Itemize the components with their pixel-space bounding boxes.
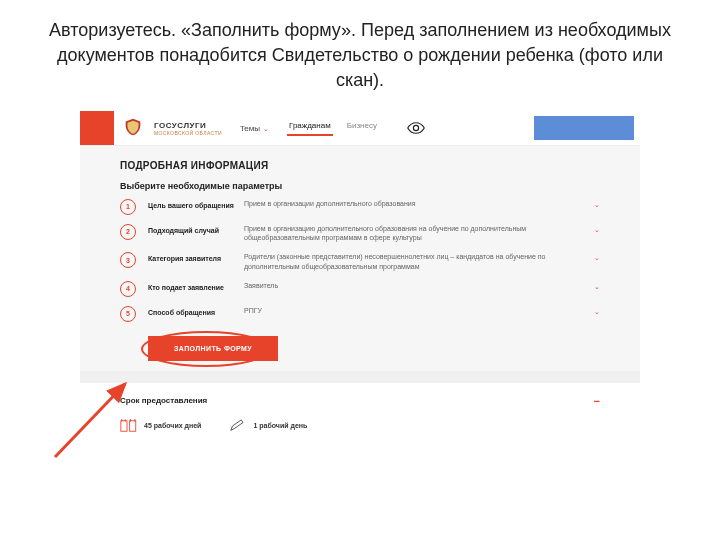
param-label: Цель вашего обращения	[148, 199, 244, 209]
calendar-icon	[120, 419, 138, 433]
emblem-icon	[120, 115, 146, 141]
step-number: 5	[120, 306, 136, 322]
section-title: ПОДРОБНАЯ ИНФОРМАЦИЯ	[120, 160, 600, 171]
pen-icon	[229, 419, 247, 433]
login-button[interactable]	[534, 116, 634, 140]
param-row: 2 Подходящий случай Прием в организацию …	[120, 224, 600, 244]
collapse-icon[interactable]: −	[594, 395, 600, 407]
svg-point-0	[413, 125, 418, 130]
param-select[interactable]: Заявитель⌄	[244, 281, 600, 292]
param-label: Категория заявителя	[148, 252, 244, 262]
section-prompt: Выберите необходимые параметры	[120, 181, 600, 191]
param-label: Способ обращения	[148, 306, 244, 316]
delivery-days: 45 рабочих дней	[144, 422, 201, 429]
param-row: 1 Цель вашего обращения Прием в организа…	[120, 199, 600, 215]
param-select[interactable]: Прием в организации дополнительного обра…	[244, 199, 600, 210]
delivery-item: 1 рабочий день	[229, 419, 307, 433]
screenshot-panel: ГОСУСЛУГИ МОСКОВСКОЙ ОБЛАСТИ Темы ⌄ Граж…	[80, 112, 640, 443]
param-select[interactable]: Родители (законные представители) несове…	[244, 252, 600, 272]
step-number: 1	[120, 199, 136, 215]
param-label: Кто подает заявление	[148, 281, 244, 291]
delivery-title: Срок предоставления	[120, 396, 207, 405]
svg-rect-1	[121, 421, 127, 432]
param-row: 3 Категория заявителя Родители (законные…	[120, 252, 600, 272]
chevron-down-icon: ⌄	[594, 225, 600, 235]
param-row: 4 Кто подает заявление Заявитель⌄	[120, 281, 600, 297]
step-number: 2	[120, 224, 136, 240]
chevron-down-icon: ⌄	[594, 200, 600, 210]
delivery-item: 45 рабочих дней	[120, 419, 201, 433]
menu-square[interactable]	[80, 111, 114, 145]
fill-form-button[interactable]: ЗАПОЛНИТЬ ФОРМУ	[148, 336, 278, 361]
brand: ГОСУСЛУГИ МОСКОВСКОЙ ОБЛАСТИ	[154, 121, 222, 136]
chevron-down-icon: ⌄	[594, 253, 600, 263]
tab-business[interactable]: Бизнесу	[345, 121, 379, 136]
instruction-text: Авторизуетесь. «Заполнить форму». Перед …	[0, 0, 720, 106]
themes-label: Темы	[240, 124, 260, 133]
brand-title: ГОСУСЛУГИ	[154, 121, 222, 130]
themes-menu[interactable]: Темы ⌄	[240, 124, 269, 133]
top-bar: ГОСУСЛУГИ МОСКОВСКОЙ ОБЛАСТИ Темы ⌄ Граж…	[80, 112, 640, 146]
param-select[interactable]: РПГУ⌄	[244, 306, 600, 317]
chevron-down-icon: ⌄	[263, 125, 269, 133]
param-row: 5 Способ обращения РПГУ⌄	[120, 306, 600, 322]
brand-sub: МОСКОВСКОЙ ОБЛАСТИ	[154, 130, 222, 136]
tab-citizens[interactable]: Гражданам	[287, 121, 333, 136]
param-label: Подходящий случай	[148, 224, 244, 234]
step-number: 4	[120, 281, 136, 297]
chevron-down-icon: ⌄	[594, 307, 600, 317]
delivery-section: Срок предоставления − 45 рабочих дней 1 …	[80, 383, 640, 443]
delivery-reg: 1 рабочий день	[253, 422, 307, 429]
chevron-down-icon: ⌄	[594, 282, 600, 292]
param-select[interactable]: Прием в организацию дополнительного обра…	[244, 224, 600, 244]
svg-rect-2	[130, 421, 136, 432]
step-number: 3	[120, 252, 136, 268]
accessibility-icon[interactable]	[407, 122, 425, 134]
